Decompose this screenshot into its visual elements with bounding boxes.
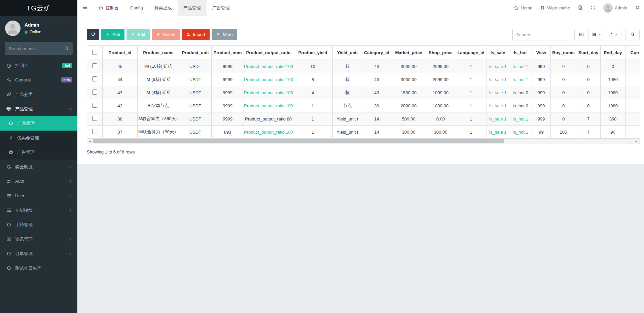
scroll-right-arrow[interactable]: ► — [634, 139, 639, 144]
edit-button[interactable]: Edit — [127, 29, 149, 40]
sidebar-item-产品管理[interactable]: 产品管理 — [0, 102, 77, 116]
row-checkbox[interactable] — [92, 129, 97, 134]
column-header-Product_id[interactable]: Product_id — [103, 46, 138, 60]
row-checkbox[interactable] — [92, 76, 97, 81]
column-header-Language_id[interactable]: Language_id — [455, 46, 487, 60]
column-header-Product_output_ratio[interactable]: Product_output_ratio — [244, 46, 293, 60]
avatar-small — [603, 3, 613, 13]
brand-logo[interactable]: TG云矿 — [0, 0, 77, 16]
scroll-left-arrow[interactable]: ◄ — [87, 139, 93, 144]
delete-button[interactable]: Delete — [152, 29, 180, 40]
column-header-Product_name[interactable]: Product_name — [138, 46, 179, 60]
wipe-cache-button[interactable]: Wipe cache — [540, 5, 570, 11]
user-panel: Admin Online — [0, 16, 77, 39]
row-checkbox[interactable] — [92, 103, 97, 108]
row-checkbox[interactable] — [92, 116, 97, 121]
table-search-input[interactable] — [512, 29, 570, 40]
search-toggle-button[interactable] — [625, 29, 640, 40]
user-status: Online — [25, 30, 41, 34]
paging-toggle-button[interactable] — [574, 29, 588, 40]
pagination-summary: Showing 1 to 6 of 6 rows — [87, 149, 640, 154]
column-header-Yield_unit[interactable]: Yield_unit — [333, 46, 362, 60]
cell-Curr — [625, 60, 640, 73]
column-header-End_day[interactable]: End_day — [601, 46, 625, 60]
sidebar-item-资讯管理[interactable]: 资讯管理 — [0, 232, 77, 246]
sidebar-item-产品分类[interactable]: 产品分类 — [0, 87, 77, 102]
column-header-Start_day[interactable]: Start_day — [576, 46, 601, 60]
column-header-Curr[interactable]: Curr — [625, 46, 640, 60]
column-header-Product_num[interactable]: Product_num — [212, 46, 244, 60]
cell-Product_num: 893 — [212, 126, 244, 139]
export-dropdown-button[interactable] — [605, 29, 621, 40]
cell-link-Product_output_ratio[interactable]: Product_output_ratio 100 — [244, 77, 293, 82]
scrollbar-track[interactable] — [93, 139, 634, 144]
column-header-Buy_nums[interactable]: Buy_nums — [551, 46, 576, 60]
sidebar-item-测试今日生产[interactable]: 测试今日生产 — [0, 261, 77, 275]
products-table: Product_idProduct_nameProduct_unitProduc… — [87, 45, 640, 139]
fullscreen-button[interactable] — [591, 5, 596, 11]
cell-link-Is_hot[interactable]: Is_hot 1 — [512, 116, 528, 121]
column-header-Is_sale[interactable]: Is_sale — [487, 46, 509, 60]
import-button[interactable]: Import — [182, 29, 210, 40]
tab-label: 广告管理 — [212, 5, 230, 11]
column-header-View[interactable]: View — [532, 46, 551, 60]
more-button[interactable]: More — [212, 29, 237, 40]
sidebar-item-奖金制度[interactable]: 奖金制度 — [0, 160, 77, 174]
cell-link-Is_hot[interactable]: Is_hot 1 — [512, 77, 528, 82]
cell-link-Product_output_ratio[interactable]: Product_output_ratio 100 — [244, 90, 293, 95]
cell-link-Product_output_ratio[interactable]: Product_output_ratio 100 — [244, 64, 293, 69]
columns-dropdown-button[interactable] — [588, 29, 605, 40]
sidebar-item-优惠券管理[interactable]: 优惠券管理 — [0, 131, 77, 145]
search-icon[interactable] — [64, 46, 69, 51]
cell-Product_num: 9999 — [212, 86, 244, 99]
sidebar-item-订单管理[interactable]: 订单管理 — [0, 246, 77, 261]
sidebar-item-Auth[interactable]: Auth — [0, 174, 77, 188]
column-header-Category_id[interactable]: Category_id — [362, 46, 391, 60]
cell-View: 999 — [532, 60, 551, 73]
sidebar-item-币种管理[interactable]: 币种管理 — [0, 217, 77, 232]
language-switch-button[interactable] — [578, 5, 583, 11]
sidebar-search-input[interactable] — [5, 42, 73, 55]
cell-End_day: 1080 — [601, 86, 625, 99]
sidebar-item-控制台[interactable]: 控制台hot — [0, 58, 77, 73]
tab-产品管理[interactable]: 产品管理 — [178, 0, 207, 16]
cell-link-Is_sale[interactable]: Is_sale 1 — [489, 90, 506, 95]
column-header-Shop_price[interactable]: Shop_price — [426, 46, 455, 60]
cell-link-Product_output_ratio[interactable]: Product_output_ratio 100 — [244, 103, 293, 108]
sidebar-item-广告管理[interactable]: 广告管理 — [0, 145, 77, 160]
cell-link-Is_sale[interactable]: Is_sale 1 — [489, 103, 506, 108]
tab-Config[interactable]: Config — [124, 0, 149, 16]
cell-link-Is_sale[interactable]: Is_sale 1 — [489, 116, 506, 121]
tab-广告管理[interactable]: 广告管理 — [207, 0, 236, 16]
select-all-checkbox[interactable] — [92, 50, 97, 55]
sidebar-item-功能模块[interactable]: 功能模块 — [0, 203, 77, 217]
tab-控制台[interactable]: 控制台 — [93, 0, 124, 16]
cell-link-Is_hot[interactable]: Is_hot 1 — [512, 64, 528, 69]
add-button[interactable]: Add — [101, 29, 124, 40]
sidebar-item-label: 奖金制度 — [15, 164, 33, 170]
column-header-Product_unit[interactable]: Product_unit — [179, 46, 212, 60]
column-header-Is_hot[interactable]: Is_hot — [509, 46, 532, 60]
cell-link-Is_sale[interactable]: Is_sale 1 — [489, 77, 506, 82]
row-checkbox[interactable] — [92, 90, 97, 95]
sidebar-item-产品管理[interactable]: 产品管理 — [0, 116, 77, 131]
admin-menu-button[interactable]: Admin — [603, 3, 627, 13]
tab-种类提成[interactable]: 种类提成 — [149, 0, 178, 16]
row-checkbox[interactable] — [92, 63, 97, 68]
column-header-Product_yield[interactable]: Product_yield — [293, 46, 333, 60]
toolbar-buttons: AddEditDeleteImportMore — [87, 29, 239, 40]
cell-link-Is_sale[interactable]: Is_sale 1 — [489, 130, 506, 135]
cell-link-Is_hot[interactable]: Is_hot 1 — [512, 130, 528, 135]
cell-link-Is_sale[interactable]: Is_sale 1 — [489, 64, 506, 69]
sidebar-item-User[interactable]: User — [0, 188, 77, 203]
settings-button[interactable] — [635, 5, 640, 11]
refresh-button[interactable] — [87, 29, 99, 40]
cell-link-Product_output_ratio[interactable]: Product_output_ratio 100 — [244, 130, 293, 135]
horizontal-scrollbar[interactable]: ◄ ► — [87, 139, 640, 144]
sidebar-item-General[interactable]: Generalnew — [0, 73, 77, 87]
scrollbar-thumb[interactable] — [93, 139, 504, 143]
home-button[interactable]: Home — [514, 5, 533, 11]
column-header-Market_price[interactable]: Market_price — [391, 46, 426, 60]
cell-Product_num: 9999 — [212, 99, 244, 112]
sidebar-toggle-button[interactable] — [77, 0, 93, 16]
